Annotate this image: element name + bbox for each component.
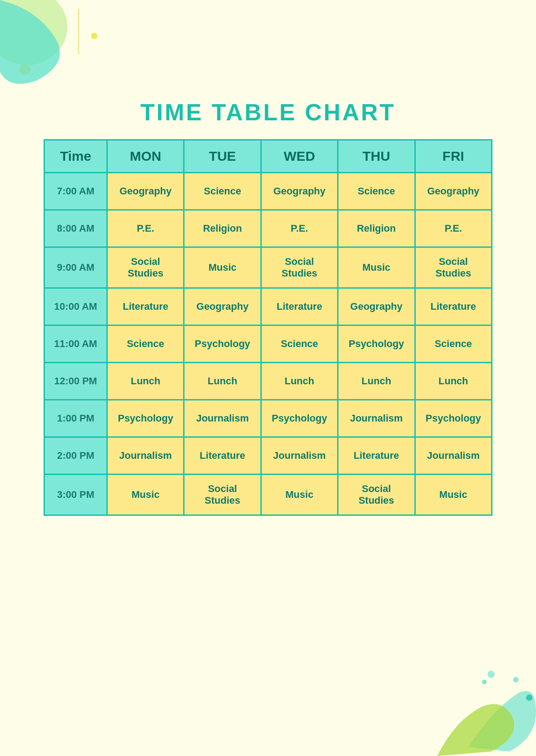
subject-cell-tue-6: Journalism (184, 400, 261, 437)
subject-cell-fri-8: Music (415, 475, 492, 515)
subject-cell-tue-3: Geography (184, 288, 261, 325)
subject-cell-tue-0: Science (184, 173, 261, 210)
time-cell: 1:00 PM (44, 400, 107, 437)
subject-cell-wed-7: Journalism (261, 437, 338, 475)
header-wed: WED (261, 140, 338, 173)
subject-cell-mon-2: Social Studies (107, 247, 184, 288)
subject-cell-thu-6: Journalism (338, 400, 415, 437)
subject-cell-fri-0: Geography (415, 173, 492, 210)
time-cell: 12:00 PM (44, 363, 107, 400)
subject-cell-tue-4: Psychology (184, 325, 261, 363)
svg-point-5 (488, 671, 495, 678)
time-cell: 7:00 AM (44, 173, 107, 210)
subject-cell-thu-1: Religion (338, 210, 415, 247)
subject-cell-tue-5: Lunch (184, 363, 261, 400)
table-row: 1:00 PMPsychologyJournalismPsychologyJou… (44, 400, 492, 437)
subject-cell-wed-4: Science (261, 325, 338, 363)
subject-cell-mon-6: Psychology (107, 400, 184, 437)
subject-cell-thu-8: Social Studies (338, 475, 415, 515)
subject-cell-fri-1: P.E. (415, 210, 492, 247)
subject-cell-mon-8: Music (107, 475, 184, 515)
subject-cell-wed-2: Social Studies (261, 247, 338, 288)
subject-cell-wed-8: Music (261, 475, 338, 515)
header-tue: TUE (184, 140, 261, 173)
subject-cell-wed-6: Psychology (261, 400, 338, 437)
subject-cell-thu-4: Psychology (338, 325, 415, 363)
subject-cell-fri-3: Literature (415, 288, 492, 325)
subject-cell-fri-2: Social Studies (415, 247, 492, 288)
subject-cell-mon-0: Geography (107, 173, 184, 210)
subject-cell-mon-4: Science (107, 325, 184, 363)
header-row: Time MON TUE WED THU FRI (44, 140, 492, 173)
table-row: 2:00 PMJournalismLiteratureJournalismLit… (44, 437, 492, 475)
table-row: 10:00 AMLiteratureGeographyLiteratureGeo… (44, 288, 492, 325)
subject-cell-tue-8: Social Studies (184, 475, 261, 515)
subject-cell-tue-2: Music (184, 247, 261, 288)
header-thu: THU (338, 140, 415, 173)
time-cell: 3:00 PM (44, 475, 107, 515)
svg-point-4 (482, 680, 487, 684)
svg-point-6 (513, 677, 518, 682)
subject-cell-mon-5: Lunch (107, 363, 184, 400)
bottom-right-decoration (401, 639, 536, 756)
subject-cell-mon-3: Literature (107, 288, 184, 325)
table-row: 3:00 PMMusicSocial StudiesMusicSocial St… (44, 475, 492, 515)
subject-cell-tue-7: Literature (184, 437, 261, 475)
subject-cell-thu-5: Lunch (338, 363, 415, 400)
header-fri: FRI (415, 140, 492, 173)
subject-cell-wed-1: P.E. (261, 210, 338, 247)
time-cell: 10:00 AM (44, 288, 107, 325)
page-content: TIME TABLE CHART Time MON TUE WED THU FR… (0, 0, 536, 516)
header-mon: MON (107, 140, 184, 173)
subject-cell-thu-2: Music (338, 247, 415, 288)
header-time: Time (44, 140, 107, 173)
time-cell: 2:00 PM (44, 437, 107, 475)
table-row: 7:00 AMGeographyScienceGeographyScienceG… (44, 173, 492, 210)
subject-cell-wed-0: Geography (261, 173, 338, 210)
time-cell: 11:00 AM (44, 325, 107, 363)
subject-cell-fri-4: Science (415, 325, 492, 363)
table-row: 12:00 PMLunchLunchLunchLunchLunch (44, 363, 492, 400)
table-row: 8:00 AMP.E.ReligionP.E.ReligionP.E. (44, 210, 492, 247)
subject-cell-thu-0: Science (338, 173, 415, 210)
time-cell: 8:00 AM (44, 210, 107, 247)
subject-cell-mon-7: Journalism (107, 437, 184, 475)
subject-cell-fri-5: Lunch (415, 363, 492, 400)
subject-cell-mon-1: P.E. (107, 210, 184, 247)
svg-point-7 (526, 694, 532, 701)
page-title: TIME TABLE CHART (141, 99, 396, 126)
subject-cell-thu-3: Geography (338, 288, 415, 325)
subject-cell-thu-7: Literature (338, 437, 415, 475)
subject-cell-tue-1: Religion (184, 210, 261, 247)
subject-cell-wed-5: Lunch (261, 363, 338, 400)
time-cell: 9:00 AM (44, 247, 107, 288)
subject-cell-wed-3: Literature (261, 288, 338, 325)
subject-cell-fri-6: Psychology (415, 400, 492, 437)
timetable: Time MON TUE WED THU FRI 7:00 AMGeograph… (44, 139, 492, 516)
table-row: 11:00 AMSciencePsychologySciencePsycholo… (44, 325, 492, 363)
subject-cell-fri-7: Journalism (415, 437, 492, 475)
table-row: 9:00 AMSocial StudiesMusicSocial Studies… (44, 247, 492, 288)
